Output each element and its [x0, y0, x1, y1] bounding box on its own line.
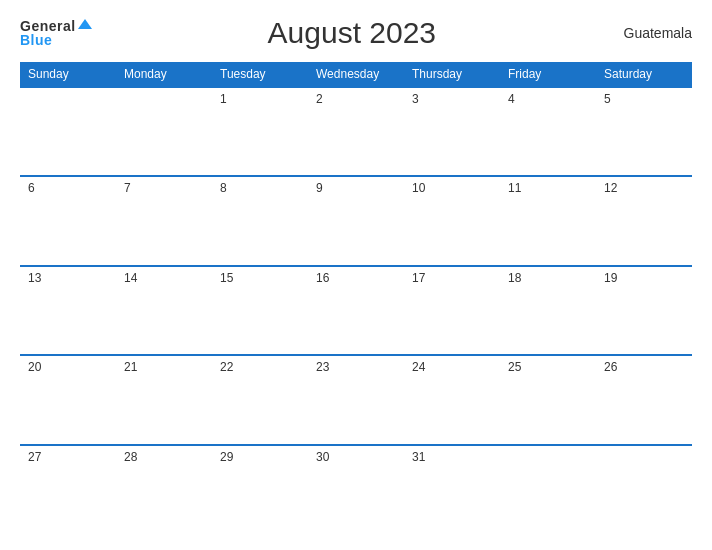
- day-number: 6: [28, 181, 35, 195]
- day-number: 14: [124, 271, 137, 285]
- logo-general-text: General: [20, 19, 76, 33]
- calendar-week-row: 2728293031: [20, 445, 692, 534]
- logo-triangle-icon: [78, 19, 92, 29]
- day-number: 23: [316, 360, 329, 374]
- day-number: 16: [316, 271, 329, 285]
- calendar-cell: 17: [404, 266, 500, 355]
- calendar-cell: 26: [596, 355, 692, 444]
- calendar-week-row: 12345: [20, 87, 692, 176]
- calendar-cell: 23: [308, 355, 404, 444]
- day-number: 15: [220, 271, 233, 285]
- day-number: 17: [412, 271, 425, 285]
- day-number: 26: [604, 360, 617, 374]
- calendar-cell: 9: [308, 176, 404, 265]
- calendar-cell: 30: [308, 445, 404, 534]
- day-number: 27: [28, 450, 41, 464]
- calendar-cell: 21: [116, 355, 212, 444]
- calendar-cell: [500, 445, 596, 534]
- calendar-cell: 13: [20, 266, 116, 355]
- day-number: 7: [124, 181, 131, 195]
- calendar-page: General Blue August 2023 Guatemala Sunda…: [0, 0, 712, 550]
- day-number: 25: [508, 360, 521, 374]
- calendar-cell: 7: [116, 176, 212, 265]
- month-title: August 2023: [92, 16, 612, 50]
- day-number: 11: [508, 181, 521, 195]
- calendar-cell: 2: [308, 87, 404, 176]
- calendar-cell: 1: [212, 87, 308, 176]
- day-number: 3: [412, 92, 419, 106]
- calendar-cell: 12: [596, 176, 692, 265]
- calendar-cell: 15: [212, 266, 308, 355]
- calendar-cell: 8: [212, 176, 308, 265]
- day-number: 22: [220, 360, 233, 374]
- day-number: 1: [220, 92, 227, 106]
- day-number: 21: [124, 360, 137, 374]
- calendar-week-row: 13141516171819: [20, 266, 692, 355]
- day-number: 31: [412, 450, 425, 464]
- logo: General Blue: [20, 19, 92, 47]
- day-number: 29: [220, 450, 233, 464]
- weekday-header-tuesday: Tuesday: [212, 62, 308, 87]
- day-number: 19: [604, 271, 617, 285]
- calendar-cell: [20, 87, 116, 176]
- calendar-cell: 19: [596, 266, 692, 355]
- calendar-week-row: 6789101112: [20, 176, 692, 265]
- calendar-cell: 31: [404, 445, 500, 534]
- calendar-cell: 3: [404, 87, 500, 176]
- country-label: Guatemala: [612, 25, 692, 41]
- calendar-cell: 6: [20, 176, 116, 265]
- day-number: 4: [508, 92, 515, 106]
- weekday-header-row: SundayMondayTuesdayWednesdayThursdayFrid…: [20, 62, 692, 87]
- calendar-cell: 27: [20, 445, 116, 534]
- weekday-header-thursday: Thursday: [404, 62, 500, 87]
- day-number: 30: [316, 450, 329, 464]
- day-number: 20: [28, 360, 41, 374]
- calendar-cell: 14: [116, 266, 212, 355]
- calendar-week-row: 20212223242526: [20, 355, 692, 444]
- weekday-header-saturday: Saturday: [596, 62, 692, 87]
- calendar-cell: 4: [500, 87, 596, 176]
- calendar-cell: 10: [404, 176, 500, 265]
- weekday-header-sunday: Sunday: [20, 62, 116, 87]
- calendar-cell: [116, 87, 212, 176]
- header: General Blue August 2023 Guatemala: [20, 16, 692, 50]
- weekday-header-wednesday: Wednesday: [308, 62, 404, 87]
- calendar-cell: 29: [212, 445, 308, 534]
- calendar-cell: 25: [500, 355, 596, 444]
- calendar-cell: 16: [308, 266, 404, 355]
- calendar-cell: 18: [500, 266, 596, 355]
- logo-blue-text: Blue: [20, 33, 92, 47]
- day-number: 10: [412, 181, 425, 195]
- calendar-cell: 22: [212, 355, 308, 444]
- calendar-cell: 28: [116, 445, 212, 534]
- day-number: 8: [220, 181, 227, 195]
- weekday-header-monday: Monday: [116, 62, 212, 87]
- calendar-cell: 24: [404, 355, 500, 444]
- calendar-cell: 11: [500, 176, 596, 265]
- calendar-cell: [596, 445, 692, 534]
- day-number: 12: [604, 181, 617, 195]
- day-number: 9: [316, 181, 323, 195]
- calendar-cell: 5: [596, 87, 692, 176]
- calendar-table: SundayMondayTuesdayWednesdayThursdayFrid…: [20, 62, 692, 534]
- day-number: 2: [316, 92, 323, 106]
- weekday-header-friday: Friday: [500, 62, 596, 87]
- day-number: 28: [124, 450, 137, 464]
- calendar-cell: 20: [20, 355, 116, 444]
- day-number: 13: [28, 271, 41, 285]
- day-number: 18: [508, 271, 521, 285]
- day-number: 24: [412, 360, 425, 374]
- day-number: 5: [604, 92, 611, 106]
